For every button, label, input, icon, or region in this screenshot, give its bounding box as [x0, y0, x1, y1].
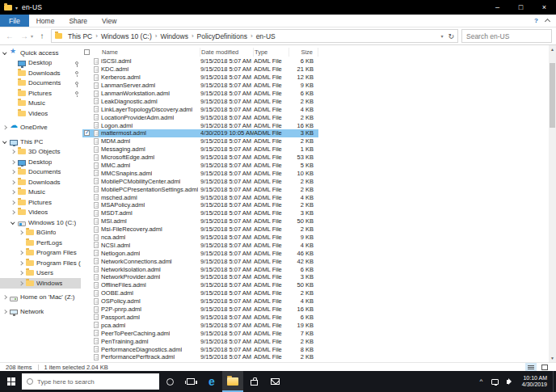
tree-chevron-icon[interactable]: [2, 295, 6, 299]
file-row-MicrosoftEdge.adml[interactable]: MicrosoftEdge.adml 9/15/2018 5:07 AM ADM…: [82, 154, 318, 162]
scrollbar-thumb[interactable]: [550, 63, 555, 128]
select-all-checkbox[interactable]: [84, 49, 90, 55]
file-row-MSDT.adml[interactable]: MSDT.adml 9/15/2018 5:07 AM ADML File 3 …: [82, 209, 318, 217]
large-icons-view-button[interactable]: [539, 363, 550, 371]
file-row-mattermost.adml[interactable]: mattermost.adml 4/30/2019 10:05 AM ADML …: [82, 129, 318, 137]
taskbar-search-input[interactable]: Type here to search: [22, 373, 159, 390]
sidebar-item-3d-objects[interactable]: 3D Objects: [0, 147, 81, 158]
file-row-MobilePCPresentationSettings.adml[interactable]: MobilePCPresentationSettings.adml 9/15/2…: [82, 185, 318, 193]
vertical-scrollbar[interactable]: ▲ ▼: [549, 45, 556, 362]
sidebar-item-documents[interactable]: Documents: [0, 167, 81, 178]
file-row-PerformanceDiagnostics.adml[interactable]: PerformanceDiagnostics.adml 9/15/2018 5:…: [82, 345, 318, 353]
tree-chevron-icon[interactable]: [2, 50, 6, 54]
file-row-OfflineFiles.adml[interactable]: OfflineFiles.adml 9/15/2018 5:07 AM ADML…: [82, 281, 318, 289]
file-row-LocationProviderAdm.adml[interactable]: LocationProviderAdm.adml 9/15/2018 5:07 …: [82, 113, 318, 121]
sidebar-item-program-files-x86[interactable]: Program Files (x86): [0, 258, 81, 268]
details-view-button[interactable]: [525, 363, 537, 371]
sidebar-item-home-on-mac-z[interactable]: Home on 'Mac' (Z:): [0, 293, 81, 303]
taskbar-clock[interactable]: 10:10 AM 4/30/2019: [516, 371, 553, 392]
file-row-PerformancePerftrack.adml[interactable]: PerformancePerftrack.adml 9/15/2018 5:07…: [82, 353, 318, 361]
tree-chevron-icon[interactable]: [19, 230, 23, 234]
file-row-MMCSnapins.adml[interactable]: MMCSnapins.adml 9/15/2018 5:07 AM ADML F…: [82, 169, 318, 177]
sidebar-item-videos[interactable]: Videos: [0, 108, 81, 119]
quick-access-toolbar-dropdown-icon[interactable]: ▾: [15, 5, 18, 11]
tree-chevron-icon[interactable]: [2, 125, 6, 129]
tree-chevron-icon[interactable]: [19, 271, 23, 275]
sidebar-item-music[interactable]: Music: [0, 188, 81, 198]
previous-locations-dropdown-icon[interactable]: ▾: [440, 33, 443, 39]
help-icon[interactable]: ?: [534, 17, 538, 24]
sidebar-item-desktop[interactable]: Desktop: [0, 58, 81, 69]
column-header-date-modified[interactable]: Date modified: [200, 48, 254, 57]
maximize-button[interactable]: □: [509, 0, 533, 15]
sidebar-item-program-files[interactable]: Program Files: [0, 248, 81, 259]
file-row-LanmanServer.adml[interactable]: LanmanServer.adml 9/15/2018 5:07 AM ADML…: [82, 82, 318, 90]
search-input[interactable]: Search en-US: [461, 29, 552, 43]
sidebar-item-users[interactable]: Users: [0, 268, 81, 279]
tab-home[interactable]: Home: [29, 15, 62, 27]
tree-chevron-icon[interactable]: [11, 170, 15, 174]
file-explorer-taskbar-button[interactable]: [222, 371, 243, 392]
breadcrumb-segment[interactable]: This PC: [65, 32, 95, 40]
sidebar-item-perflogs[interactable]: PerfLogs: [0, 238, 81, 248]
sidebar-item-pictures[interactable]: Pictures: [0, 88, 81, 99]
minimize-button[interactable]: –: [486, 0, 509, 15]
file-row-Logon.adml[interactable]: Logon.adml 9/15/2018 5:07 AM ADML File 1…: [82, 121, 318, 129]
file-row-NCSI.adml[interactable]: NCSI.adml 9/15/2018 5:07 AM ADML File 4 …: [82, 241, 318, 249]
file-row-KDC.adml[interactable]: KDC.adml 9/15/2018 5:07 AM ADML File 21 …: [82, 65, 318, 74]
sidebar-item-network[interactable]: Network: [0, 306, 81, 317]
tree-chevron-icon[interactable]: [11, 200, 15, 204]
file-row-nca.adml[interactable]: nca.adml 9/15/2018 5:07 AM ADML File 9 K…: [82, 234, 318, 242]
show-desktop-button[interactable]: [553, 371, 556, 392]
tree-chevron-icon[interactable]: [19, 261, 23, 265]
back-button[interactable]: ←: [4, 32, 15, 40]
breadcrumb-segment[interactable]: PolicyDefinitions: [195, 32, 250, 40]
close-button[interactable]: ×: [533, 0, 556, 15]
file-row-NetworkProvider.adml[interactable]: NetworkProvider.adml 9/15/2018 5:07 AM A…: [82, 273, 318, 281]
file-row-LanmanWorkstation.adml[interactable]: LanmanWorkstation.adml 9/15/2018 5:07 AM…: [82, 90, 318, 98]
file-row-pca.adml[interactable]: pca.adml 9/15/2018 5:07 AM ADML File 19 …: [82, 321, 318, 329]
start-button[interactable]: [0, 371, 22, 392]
refresh-icon[interactable]: ↻: [448, 32, 454, 40]
tree-chevron-icon[interactable]: [11, 160, 15, 164]
sidebar-item-downloads[interactable]: Downloads: [0, 177, 81, 188]
file-row-OOBE.adml[interactable]: OOBE.adml 9/15/2018 5:07 AM ADML File 2 …: [82, 289, 318, 297]
store-button[interactable]: [243, 371, 264, 392]
file-row-LinkLayerTopologyDiscovery.adml[interactable]: LinkLayerTopologyDiscovery.adml 9/15/201…: [82, 105, 318, 113]
tree-chevron-icon[interactable]: [11, 180, 15, 184]
address-box[interactable]: This PC›Windows 10 (C:)›Windows›PolicyDe…: [51, 29, 458, 43]
cortana-button[interactable]: [159, 371, 180, 392]
breadcrumb-segment[interactable]: Windows 10 (C:): [99, 32, 154, 40]
file-row-MobilePCMobilityCenter.adml[interactable]: MobilePCMobilityCenter.adml 9/15/2018 5:…: [82, 177, 318, 185]
tree-chevron-icon[interactable]: [19, 251, 23, 255]
column-header-type[interactable]: Type: [254, 48, 289, 57]
file-row-Kerberos.adml[interactable]: Kerberos.adml 9/15/2018 5:07 AM ADML Fil…: [82, 74, 318, 82]
file-row-P2P-pnrp.adml[interactable]: P2P-pnrp.adml 9/15/2018 5:07 AM ADML Fil…: [82, 306, 318, 314]
file-row-MSI.adml[interactable]: MSI.adml 9/15/2018 5:07 AM ADML File 50 …: [82, 217, 318, 226]
sidebar-item-bginfo[interactable]: BGinfo: [0, 228, 81, 238]
sidebar-item-desktop[interactable]: Desktop: [0, 157, 81, 167]
file-row-Passport.adml[interactable]: Passport.adml 9/15/2018 5:07 AM ADML Fil…: [82, 314, 318, 322]
file-row-NetworkConnections.adml[interactable]: NetworkConnections.adml 9/15/2018 5:07 A…: [82, 257, 318, 265]
sidebar-item-pictures[interactable]: Pictures: [0, 197, 81, 208]
sidebar-item-videos[interactable]: Videos: [0, 208, 81, 218]
file-row-Messaging.adml[interactable]: Messaging.adml 9/15/2018 5:07 AM ADML Fi…: [82, 145, 318, 154]
tree-chevron-icon[interactable]: [2, 139, 6, 143]
network-tray-button[interactable]: [487, 371, 503, 392]
row-checkbox-icon[interactable]: [84, 130, 90, 136]
sidebar-item-music[interactable]: Music: [0, 99, 81, 109]
file-row-PenTraining.adml[interactable]: PenTraining.adml 9/15/2018 5:07 AM ADML …: [82, 337, 318, 345]
sidebar-item-windows[interactable]: Windows: [0, 278, 81, 289]
tray-expand-icon[interactable]: ^: [475, 377, 488, 385]
tab-file[interactable]: File: [0, 15, 29, 27]
file-row-PeerToPeerCaching.adml[interactable]: PeerToPeerCaching.adml 9/15/2018 5:07 AM…: [82, 329, 318, 337]
sidebar-item-downloads[interactable]: Downloads: [0, 68, 81, 78]
file-row-MDM.adml[interactable]: MDM.adml 9/15/2018 5:07 AM ADML File 2 K…: [82, 137, 318, 145]
sidebar-item-documents[interactable]: Documents: [0, 78, 81, 89]
file-row-OSPolicy.adml[interactable]: OSPolicy.adml 9/15/2018 5:07 AM ADML Fil…: [82, 297, 318, 306]
file-row-LeakDiagnostic.adml[interactable]: LeakDiagnostic.adml 9/15/2018 5:07 AM AD…: [82, 97, 318, 105]
collapse-ribbon-icon[interactable]: [545, 19, 550, 24]
tree-chevron-icon[interactable]: [11, 210, 15, 214]
sidebar-item-windows-10-c[interactable]: Windows 10 (C:): [0, 217, 81, 228]
up-button[interactable]: ↑: [36, 32, 48, 40]
